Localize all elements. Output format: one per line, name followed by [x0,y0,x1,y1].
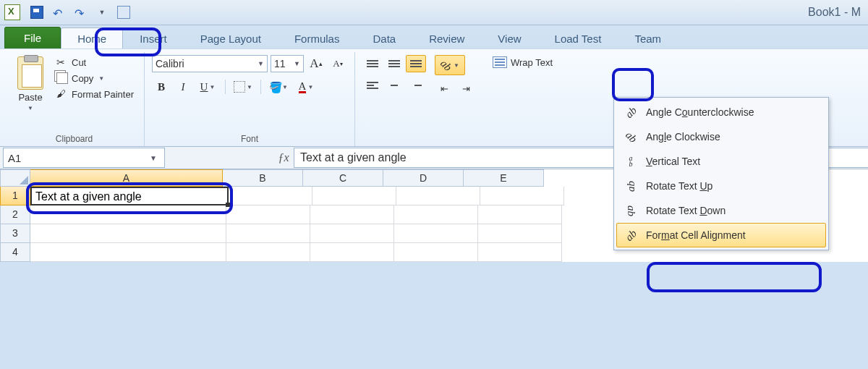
chevron-down-icon: ▼ [294,60,300,67]
tab-home[interactable]: Home [61,27,123,48]
tab-file[interactable]: File [4,27,61,48]
orientation-icon: ab [438,57,454,74]
qat-customize-button[interactable]: ▼ [92,3,112,22]
tab-review[interactable]: Review [412,27,481,48]
underline-label: U [200,81,208,93]
cell[interactable] [30,224,226,243]
orientation-item-fmt[interactable]: abFormat Cell Alignment [616,223,826,247]
tab-load-test[interactable]: Load Test [538,27,618,48]
orientation-item-label: Vertical Text [646,156,700,167]
qat-undo-button[interactable] [48,3,69,22]
orientation-item-up[interactable]: abRotate Text Up [616,174,826,198]
format-painter-button[interactable]: Format Painter [54,87,137,101]
tab-formulas[interactable]: Formulas [278,27,357,48]
font-name-combo[interactable]: Calibri▼ [152,55,268,72]
chevron-down-icon: ▼ [27,105,33,111]
cell[interactable]: Text at a given angle [30,187,229,205]
select-all-button[interactable] [0,169,30,187]
orientation-item-label: Angle Clockwise [646,131,720,143]
undo-icon [53,7,64,18]
chevron-down-icon: ▼ [247,84,252,90]
align-top-button[interactable] [362,55,383,72]
align-right-icon [410,82,422,89]
align-left-button[interactable] [362,77,383,94]
tab-team[interactable]: Team [618,27,678,48]
cell[interactable] [312,187,396,205]
qat-redo-button[interactable] [70,3,90,22]
cell[interactable] [226,205,310,224]
orientation-menu: abAngle CounterclockwiseabAngle Clockwis… [613,97,829,250]
cell[interactable] [394,205,478,224]
column-header-e[interactable]: E [464,169,544,187]
highlight-format-cell-alignment [647,262,822,292]
decrease-indent-button[interactable]: ⇤ [435,80,455,97]
qat-extra-button[interactable] [114,3,134,22]
orientation-item-down[interactable]: abRotate Text Down [616,198,826,223]
fill-color-button[interactable]: 🪣▼ [266,78,291,96]
align-middle-button[interactable] [384,55,404,72]
tab-insert[interactable]: Insert [123,27,184,48]
row-header[interactable]: 4 [0,243,30,262]
cell[interactable] [310,243,394,262]
cell[interactable] [480,187,564,205]
chevron-down-icon: ▼ [454,62,459,69]
orientation-item-label: Format Cell Alignment [646,229,746,241]
align-right-button[interactable] [406,77,426,94]
align-center-button[interactable] [384,77,404,94]
row-header[interactable]: 1 [0,187,30,205]
name-box[interactable]: A1 ▼ [3,148,165,168]
font-size-combo[interactable]: 11▼ [271,55,304,72]
orientation-button[interactable]: ab ▼ [435,55,465,75]
cell[interactable] [394,243,478,262]
tab-data[interactable]: Data [356,27,412,48]
cell[interactable] [30,243,226,262]
row-header[interactable]: 3 [0,224,30,243]
group-alignment: ab ▼ ⇤ ⇥ Wrap Text [355,52,563,146]
cell[interactable] [226,224,310,243]
cell[interactable] [478,243,562,262]
ribbon-tabs: File Home Insert Page Layout Formulas Da… [0,25,868,48]
cell[interactable] [310,205,394,224]
shrink-font-button[interactable]: A▾ [328,55,347,72]
orientation-vert-icon: ab [623,155,639,168]
cut-button[interactable]: Cut [54,55,137,69]
align-bottom-button[interactable] [406,55,426,72]
orientation-item-ccw[interactable]: abAngle Counterclockwise [616,100,826,124]
cell[interactable] [30,205,226,224]
cell[interactable] [478,205,562,224]
borders-button[interactable]: ▼ [231,78,255,96]
qat-save-button[interactable] [27,3,47,22]
wrap-text-label: Wrap Text [511,57,553,68]
column-header-c[interactable]: C [303,169,383,187]
paste-button[interactable]: Paste ▼ [12,54,49,132]
tab-view[interactable]: View [481,27,537,48]
cell[interactable] [310,224,394,243]
bold-button[interactable]: B [152,78,171,96]
cell[interactable] [478,224,562,243]
group-font: Calibri▼ 11▼ A▴ A▾ B I U▼ ▼ 🪣▼ A▼ [145,52,355,146]
cell[interactable] [396,187,480,205]
excel-logo-icon[interactable] [4,4,20,20]
grow-font-button[interactable]: A▴ [307,55,326,72]
row-header[interactable]: 2 [0,205,30,224]
underline-button[interactable]: U▼ [195,78,220,96]
increase-indent-icon: ⇥ [462,83,470,94]
orientation-item-cw[interactable]: abAngle Clockwise [616,124,826,149]
copy-button[interactable]: Copy▼ [54,71,137,85]
scissors-icon [56,56,68,68]
wrap-text-button[interactable]: Wrap Text [490,55,556,69]
tab-page-layout[interactable]: Page Layout [184,27,278,48]
cell[interactable] [394,224,478,243]
font-color-button[interactable]: A▼ [294,78,318,96]
orientation-item-vert[interactable]: abVertical Text [616,149,826,174]
italic-button[interactable]: I [174,78,192,96]
title-bar: ▼ Book1 - M [0,0,868,25]
cell[interactable] [226,243,310,262]
increase-indent-button[interactable]: ⇥ [456,80,477,97]
fx-icon[interactable]: ƒx [273,151,294,164]
column-header-b[interactable]: B [223,169,303,187]
orientation-fmt-icon: ab [623,229,639,242]
column-header-a[interactable]: A [30,169,223,187]
cell[interactable] [229,187,312,205]
column-header-d[interactable]: D [383,169,464,187]
